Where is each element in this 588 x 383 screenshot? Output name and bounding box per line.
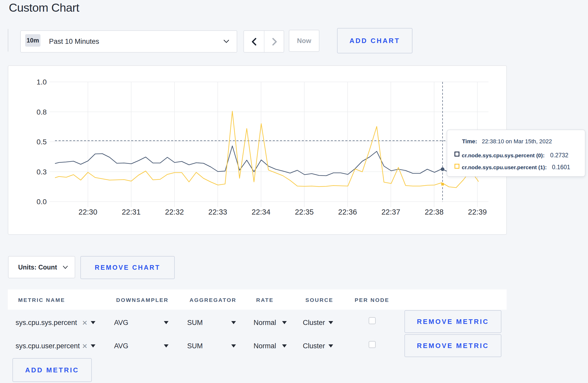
svg-text:22:38: 22:38 [425,208,444,216]
svg-text:22:35: 22:35 [295,208,314,216]
svg-text:0.5: 0.5 [37,138,47,146]
svg-text:22:30: 22:30 [79,208,97,216]
svg-text:22:31: 22:31 [122,208,141,216]
svg-text:22:33: 22:33 [208,208,227,216]
svg-text:0.0: 0.0 [37,198,47,206]
svg-text:22:32: 22:32 [165,208,184,216]
svg-text:0.8: 0.8 [37,108,47,116]
svg-text:22:34: 22:34 [252,208,271,216]
svg-text:0.3: 0.3 [37,168,47,176]
svg-text:22:39: 22:39 [468,208,487,216]
svg-text:22:37: 22:37 [381,208,400,216]
svg-text:22:36: 22:36 [338,208,357,216]
svg-text:1.0: 1.0 [37,78,47,86]
